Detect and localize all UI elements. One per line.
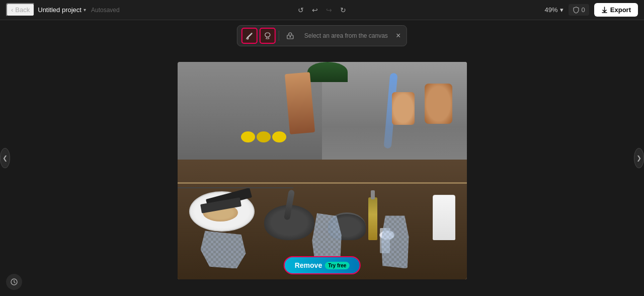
svg-point-1 [289, 36, 291, 38]
canvas-area: ❮ Select an area from the canvas × [0, 20, 644, 296]
header: ‹ Back Untitled project ▾ Autosaved ↺ ↩ … [0, 0, 644, 20]
zoom-value: 49% [545, 6, 558, 14]
undo-icon: ↩ [312, 6, 318, 14]
refresh-icon: ↺ [298, 6, 304, 14]
floating-toolbar: Select an area from the canvas × [237, 25, 407, 46]
back-icon: ‹ [11, 6, 13, 14]
lemon-group [241, 131, 286, 142]
redo-icon: ↻ [340, 6, 346, 14]
remove-button-container: Remove Try free [284, 256, 361, 274]
canvas-background [178, 62, 467, 279]
canvas-image-container[interactable]: Remove Try free [178, 62, 467, 279]
removed-object-3 [381, 215, 409, 268]
project-name: Untitled project [38, 6, 82, 14]
redo-button[interactable]: ↻ [338, 4, 348, 16]
close-icon: × [396, 31, 400, 40]
canvas-nav-left[interactable]: ❮ [0, 148, 10, 168]
toolbar-hint: Select an area from the canvas [300, 32, 392, 39]
lasso-icon [264, 32, 272, 40]
header-right-controls: 49% ▾ 0 Export [545, 3, 638, 17]
notifications-button[interactable]: 0 [569, 4, 589, 16]
history-icon [10, 278, 18, 286]
back-button[interactable]: ‹ Back [6, 3, 35, 17]
undo-button[interactable]: ↩ [310, 4, 320, 16]
export-button[interactable]: Export [594, 3, 638, 17]
toolbar-divider [279, 31, 279, 41]
brush-tool-button[interactable] [242, 28, 258, 44]
kitchen-scene [178, 62, 467, 279]
zoom-chevron-icon: ▾ [560, 6, 564, 14]
eraser-icon [286, 32, 294, 40]
redo-back-button[interactable]: ↪ [324, 4, 334, 16]
lasso-tool-button[interactable] [260, 28, 276, 44]
wooden-jar2 [392, 92, 415, 125]
download-icon [601, 7, 608, 13]
counter-edge [178, 182, 467, 184]
back-label: Back [15, 6, 30, 14]
try-free-badge: Try free [325, 262, 349, 269]
mortar-pestle-group [264, 190, 314, 240]
header-center-controls: ↺ ↩ ↪ ↻ [296, 4, 348, 16]
brush-icon [246, 32, 254, 40]
plant [307, 62, 348, 82]
refresh-button[interactable]: ↺ [296, 4, 306, 16]
canvas-nav-right[interactable]: ❯ [634, 148, 644, 168]
shield-icon [573, 7, 580, 14]
white-cup [433, 195, 455, 240]
remove-button[interactable]: Remove Try free [284, 256, 361, 274]
left-arrow-icon: ❮ [3, 155, 8, 162]
zoom-control[interactable]: 49% ▾ [545, 6, 564, 14]
oil-bottle [368, 197, 377, 240]
redo-back-icon: ↪ [326, 6, 332, 14]
history-button[interactable] [6, 274, 22, 290]
cutting-board [285, 72, 315, 134]
export-label: Export [610, 6, 631, 14]
wooden-jar1 [425, 84, 452, 124]
notifications-count: 0 [582, 6, 585, 14]
remove-label: Remove [295, 261, 322, 269]
toolbar-close-button[interactable]: × [394, 30, 403, 41]
project-name-area: Untitled project ▾ [38, 6, 86, 14]
project-dropdown-icon[interactable]: ▾ [84, 7, 86, 13]
eraser-tool-button[interactable] [282, 28, 298, 44]
grate1 [178, 187, 293, 188]
right-arrow-icon: ❯ [636, 155, 641, 162]
autosaved-label: Autosaved [91, 7, 120, 14]
